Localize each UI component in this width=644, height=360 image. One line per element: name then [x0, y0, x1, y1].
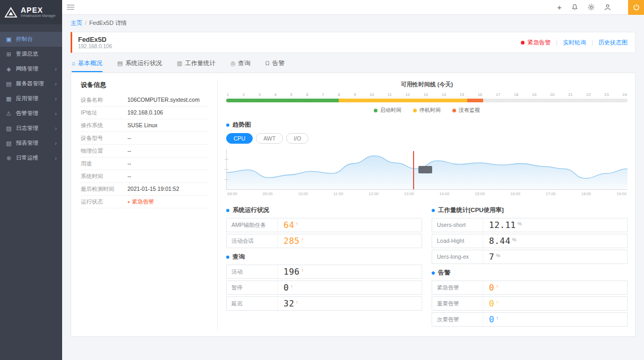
app-root: APEX Infrastructure Manager ▣ 控制台 › ⊞ 资源… — [0, 0, 644, 360]
apex-logo-icon — [4, 7, 18, 18]
sidebar-item[interactable]: ◈ 网络管理 › — [0, 62, 62, 76]
stat-row: 次要告警 0↑ — [432, 312, 628, 327]
trend-arrow-icon: ↑ — [496, 315, 499, 321]
menu-item-label: 告警管理 — [16, 110, 38, 117]
home-icon: ⌂ — [72, 60, 75, 66]
power-button[interactable] — [628, 0, 644, 15]
legend-item: 没有监视 — [452, 107, 480, 114]
menu-item-icon: ▦ — [5, 95, 12, 102]
menu-item-label: 报表管理 — [16, 139, 38, 147]
chart-icon: ▥ — [177, 60, 182, 67]
section-bullet-icon — [226, 124, 229, 127]
menu-item-icon: ▧ — [5, 140, 12, 147]
device-info-row: 系统时间 -- — [81, 170, 209, 183]
legend-dot-icon — [452, 109, 456, 112]
trend-arrow-icon: ↑ — [496, 300, 499, 305]
device-ip: 192.168.0.106 — [78, 43, 112, 49]
tab-workload-stats[interactable]: ▥工作量统计 — [177, 59, 216, 72]
menu-collapse-icon[interactable] — [67, 3, 74, 11]
stats-grid: 系统运行状况 AMP辅助任务 64↑ — [226, 201, 628, 330]
breadcrumb-current: FedEx5D 详情 — [89, 20, 127, 26]
menu-item-label: 日志管理 — [16, 125, 38, 132]
trend-arrow-icon: ↑ — [296, 221, 298, 226]
brand-name: APEX — [21, 7, 56, 14]
device-info-list: 设备名称 106COMPUTER.syxtest.com IP地址 192.16… — [81, 94, 209, 208]
sidebar-item[interactable]: ▦ 应用管理 › — [0, 91, 62, 106]
menu-item-icon: ◈ — [5, 66, 12, 73]
sidebar-item[interactable]: ▣ 控制台 › — [0, 32, 62, 47]
trend-x-axis-labels: 08:0009:0010:0011:0012:0013:0014:0015:00… — [226, 191, 628, 196]
device-info-row: 物理位置 -- — [81, 145, 209, 157]
sidebar-item[interactable]: ▤ 服务器管理 › — [0, 76, 62, 91]
trend-arrow-icon: ↑ — [296, 300, 298, 305]
breadcrumb-home-link[interactable]: 主页 — [71, 20, 82, 26]
stat-row: 暂停 0↑ — [226, 280, 422, 295]
trend-arrow-icon: ↑ — [301, 268, 304, 273]
section-bullet-icon — [432, 209, 435, 212]
trend-arrow-icon: ↑ — [496, 284, 499, 289]
device-info-row: 最后检测时间 2021-01-15 19:01:52 — [81, 183, 209, 196]
page: 主页/FedEx5D 详情 FedEx5D 192.168.0.106 紧急告警… — [62, 15, 644, 360]
user-icon[interactable] — [604, 4, 611, 11]
tab-query[interactable]: ◎查询 — [230, 59, 251, 72]
device-info-row: 用途 -- — [81, 157, 209, 170]
add-icon[interactable]: + — [557, 3, 562, 11]
menu-item-icon: ▣ — [5, 36, 12, 43]
percent-suffix: % — [496, 253, 500, 258]
tab-alerts[interactable]: Ω告警 — [265, 59, 285, 72]
menu-item-label: 控制台 — [16, 36, 33, 43]
bell-icon[interactable] — [571, 4, 578, 11]
stat-row: 延迟 32↑ — [226, 296, 422, 311]
realtime-poll-link[interactable]: 实时轮询 — [563, 39, 586, 47]
trend-series-button[interactable]: AWT — [256, 133, 283, 144]
device-info-row: 运行状态 紧急告警 — [81, 196, 209, 208]
device-info-panel: 设备信息 设备名称 106COMPUTER.syxtest.com IP地址 1… — [79, 80, 218, 330]
sidebar: APEX Infrastructure Manager ▣ 控制台 › ⊞ 资源… — [0, 0, 62, 360]
y-axis-tick — [225, 159, 228, 160]
sidebar-item[interactable]: ▧ 报表管理 › — [0, 136, 62, 151]
sidebar-item[interactable]: ▨ 日志管理 › — [0, 121, 62, 136]
sidebar-item[interactable]: ⊞ 资源总览 › — [0, 47, 62, 62]
menu-item-label: 应用管理 — [16, 95, 38, 102]
stat-row: 活动 196↑ — [226, 265, 422, 279]
chevron-right-icon: › — [55, 155, 57, 161]
legend-dot-icon — [374, 109, 377, 112]
stat-row: Users-short 12.11% — [432, 218, 628, 232]
trend-chart[interactable] — [226, 149, 628, 190]
device-info-row: 操作系统 SUSE Linux — [81, 119, 209, 132]
device-info-title: 设备信息 — [81, 81, 209, 90]
search-icon: ◎ — [230, 60, 236, 67]
sidebar-item[interactable]: ⊕ 日常运维 › — [0, 151, 62, 165]
tab-bar: ⌂基本概况 ▤系统运行状况 ▥工作量统计 ◎查询 Ω告警 — [72, 59, 634, 72]
bell-small-icon: Ω — [265, 60, 270, 66]
device-info-row: 设备型号 -- — [81, 132, 209, 145]
menu-item-icon: ▨ — [5, 125, 12, 132]
alert-dot-icon — [521, 41, 525, 45]
timeline-legend: 启动时间 停机时间 没有监视 — [226, 107, 628, 114]
device-info-row: IP地址 192.168.0.106 — [81, 107, 209, 119]
device-header-card: FedEx5D 192.168.0.106 紧急告警 | 实时轮询 | 历史状态… — [71, 32, 636, 53]
alerts-section: 告警 紧急告警 0↑ — [432, 269, 628, 327]
history-status-link[interactable]: 历史状态图 — [598, 39, 628, 47]
menu-item-label: 资源总览 — [16, 50, 38, 58]
menu-item-icon: ⚠ — [5, 110, 12, 117]
gear-icon[interactable] — [588, 4, 595, 11]
legend-item: 启动时间 — [374, 107, 401, 114]
monitor-icon: ▤ — [117, 60, 123, 67]
chart-tooltip — [418, 166, 432, 173]
overview-panel: 可用性时间线 (今天) 1234567891011121314151617181… — [226, 80, 628, 330]
tab-system-status[interactable]: ▤系统运行状况 — [117, 59, 162, 72]
device-name: FedEx5D — [78, 36, 112, 43]
trend-series-button[interactable]: I/O — [286, 133, 308, 144]
content-card: 设备信息 设备名称 106COMPUTER.syxtest.com IP地址 1… — [71, 73, 636, 337]
availability-timeline-title: 可用性时间线 (今天) — [226, 81, 628, 89]
trend-series-button[interactable]: CPU — [226, 133, 253, 144]
status-badge: 紧急告警 — [521, 39, 551, 47]
menu-item-label: 日常运维 — [16, 154, 38, 162]
power-icon — [633, 4, 640, 11]
chevron-right-icon: › — [55, 95, 57, 102]
stat-row: Load-Hight 8.44% — [432, 234, 628, 248]
tab-basic-overview[interactable]: ⌂基本概况 — [72, 59, 102, 72]
sidebar-item[interactable]: ⚠ 告警管理 › — [0, 106, 62, 121]
app-logo: APEX Infrastructure Manager — [0, 0, 62, 24]
